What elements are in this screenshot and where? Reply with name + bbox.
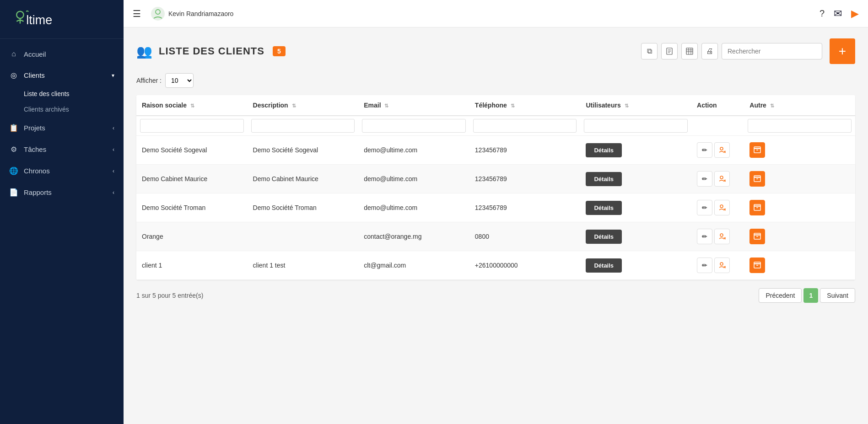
logo-svg: ltime <box>9 8 73 30</box>
cell-email: demo@ultime.com <box>358 193 469 222</box>
content-area: 👥 LISTE DES CLIENTS 5 ⧉ <box>124 27 868 424</box>
pagination-summary: 1 sur 5 pour 5 entrée(s) <box>136 292 203 299</box>
archive-icon <box>754 146 761 154</box>
cell-email: clt@gmail.com <box>358 251 469 280</box>
search-input[interactable] <box>722 43 822 59</box>
archive-icon <box>754 262 761 269</box>
prev-page-button[interactable]: Précedent <box>759 288 802 303</box>
filter-telephone[interactable] <box>473 119 577 133</box>
details-button[interactable]: Détails <box>586 143 622 157</box>
col-raison: Raison sociale ⇅ <box>136 95 248 116</box>
help-icon[interactable]: ? <box>819 8 825 19</box>
filter-email[interactable] <box>362 119 466 133</box>
edit-button[interactable]: ✏ <box>697 171 712 187</box>
delete-user-button[interactable] <box>714 142 730 158</box>
sort-icon[interactable]: ⇅ <box>292 103 296 108</box>
sidebar-item-rapports[interactable]: 📄 Rapports ‹ <box>0 182 124 203</box>
rapports-icon: 📄 <box>9 188 18 197</box>
details-button[interactable]: Détails <box>586 258 622 273</box>
cell-utilisateurs: Détails <box>580 193 691 222</box>
cell-telephone: 123456789 <box>469 165 581 193</box>
csv-button[interactable] <box>661 43 678 59</box>
sidebar-item-liste-clients[interactable]: Liste des clients <box>0 86 124 102</box>
delete-user-button[interactable] <box>714 171 730 187</box>
table-row: Demo Société Sogeval Demo Société Sogeva… <box>136 136 855 165</box>
details-button[interactable]: Détails <box>586 230 622 244</box>
next-page-button[interactable]: Suivant <box>820 288 855 303</box>
edit-button[interactable]: ✏ <box>697 142 712 158</box>
cell-description: Demo Cabinet Maurice <box>248 165 359 193</box>
svg-rect-35 <box>754 233 760 235</box>
current-page[interactable]: 1 <box>803 288 818 303</box>
play-icon[interactable]: ▶ <box>851 8 859 20</box>
copy-button[interactable]: ⧉ <box>641 43 658 59</box>
svg-rect-41 <box>754 262 760 264</box>
sidebar-item-label: Rapports <box>24 188 52 196</box>
home-icon: ⌂ <box>9 50 18 58</box>
chevron-left-icon: ‹ <box>113 146 114 153</box>
edit-button[interactable]: ✏ <box>697 200 712 215</box>
filter-autre[interactable] <box>748 119 852 133</box>
sort-icon[interactable]: ⇅ <box>770 103 774 108</box>
col-telephone: Téléphone ⇅ <box>469 95 581 116</box>
clients-count-badge: 5 <box>273 46 286 56</box>
archive-button[interactable] <box>749 171 765 187</box>
cell-telephone: 123456789 <box>469 136 581 165</box>
sidebar-item-accueil[interactable]: ⌂ Accueil <box>0 43 124 64</box>
archive-button[interactable] <box>749 229 765 244</box>
sort-icon[interactable]: ⇅ <box>625 103 629 108</box>
sidebar-nav: ⌂ Accueil ◎ Clients ▾ Liste des clients … <box>0 39 124 424</box>
clients-submenu: Liste des clients Clients archivés <box>0 86 124 117</box>
sidebar-item-clients[interactable]: ◎ Clients ▾ <box>0 64 124 86</box>
cell-utilisateurs: Détails <box>580 165 691 193</box>
edit-button[interactable]: ✏ <box>697 258 712 273</box>
hamburger-icon[interactable]: ☰ <box>133 8 141 19</box>
filter-raison[interactable] <box>140 119 244 133</box>
sort-icon[interactable]: ⇅ <box>384 103 388 108</box>
sort-icon[interactable]: ⇅ <box>511 103 515 108</box>
sidebar-item-clients-archives[interactable]: Clients archivés <box>0 102 124 117</box>
cell-action: ✏ <box>691 165 744 193</box>
details-button[interactable]: Détails <box>586 201 622 215</box>
delete-user-button[interactable] <box>714 229 730 244</box>
archive-icon <box>754 204 761 211</box>
filter-description[interactable] <box>251 119 355 133</box>
action-group: ✏ <box>697 229 739 244</box>
cell-action: ✏ <box>691 193 744 222</box>
table-row: Demo Société Troman Demo Société Troman … <box>136 193 855 222</box>
sidebar-item-label: Tâches <box>24 145 46 153</box>
delete-user-button[interactable] <box>714 200 730 215</box>
mail-icon[interactable]: ✉ <box>834 8 842 20</box>
delete-user-button[interactable] <box>714 258 730 273</box>
filter-row <box>136 116 855 136</box>
archive-button[interactable] <box>749 200 765 215</box>
sidebar-item-taches[interactable]: ⚙ Tâches ‹ <box>0 139 124 160</box>
details-button[interactable]: Détails <box>586 172 622 186</box>
cell-utilisateurs: Détails <box>580 136 691 165</box>
main-area: ☰ Kevin Randriamazaoro ? ✉ ▶ 👥 LISTE DES… <box>124 0 868 424</box>
cell-telephone: 123456789 <box>469 193 581 222</box>
action-group: ✏ <box>697 258 739 273</box>
cell-raison: Orange <box>136 222 248 251</box>
page-title-area: 👥 LISTE DES CLIENTS 5 <box>136 44 286 59</box>
cell-description: Demo Société Sogeval <box>248 136 359 165</box>
sort-icon[interactable]: ⇅ <box>190 103 194 108</box>
delete-user-icon <box>718 262 726 269</box>
clients-icon: ◎ <box>9 71 18 80</box>
sidebar-item-chronos[interactable]: 🌐 Chronos ‹ <box>0 160 124 182</box>
sidebar-item-projets[interactable]: 📋 Projets ‹ <box>0 117 124 139</box>
delete-user-icon <box>718 204 726 211</box>
svg-rect-8 <box>686 48 693 54</box>
page-title: LISTE DES CLIENTS <box>159 45 264 57</box>
archive-button[interactable] <box>749 258 765 273</box>
excel-button[interactable] <box>681 43 698 59</box>
delete-user-icon <box>718 146 726 154</box>
archive-button[interactable] <box>749 142 765 158</box>
edit-button[interactable]: ✏ <box>697 229 712 244</box>
show-select[interactable]: 10 25 50 100 <box>165 73 194 88</box>
cell-description <box>248 222 359 251</box>
print-button[interactable]: 🖨 <box>701 43 718 59</box>
action-group: ✏ <box>697 171 739 187</box>
filter-utilisateurs[interactable] <box>584 119 688 133</box>
add-client-button[interactable]: + <box>830 38 855 64</box>
